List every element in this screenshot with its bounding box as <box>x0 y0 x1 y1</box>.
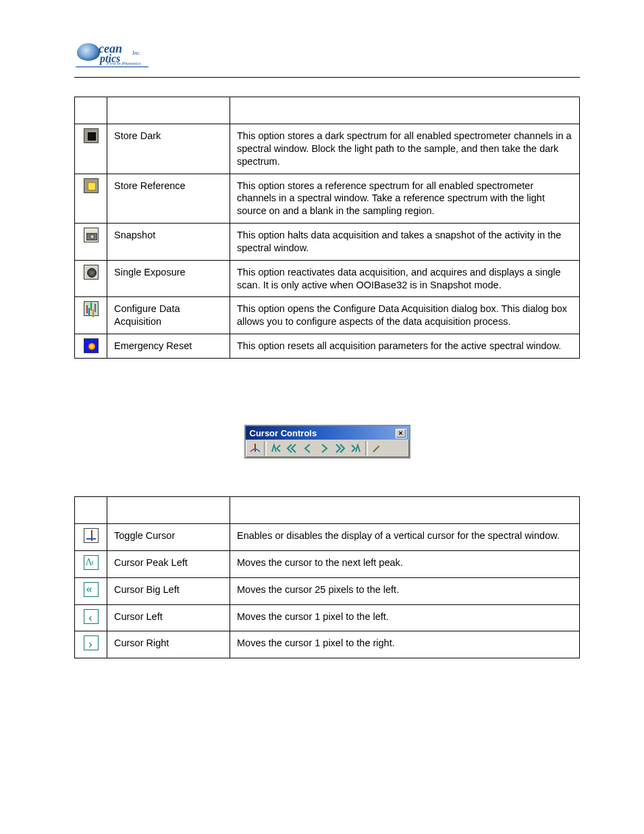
toolbar-titlebar: Cursor Controls × <box>246 426 409 440</box>
row-desc: Moves the cursor 1 pixel to the left. <box>230 604 580 631</box>
row-desc: This option reactivates data acquisition… <box>230 260 580 297</box>
row-name: Cursor Big Left <box>107 577 230 604</box>
row-name: Cursor Left <box>107 604 230 631</box>
row-desc: This option halts data acquisition and t… <box>230 224 580 261</box>
row-desc: This option stores a dark spectrum for a… <box>230 124 580 174</box>
svg-point-2 <box>379 444 381 446</box>
table-row: Toggle Cursor Enables or disables the di… <box>75 523 580 550</box>
close-icon[interactable]: × <box>396 429 406 438</box>
cursor-controls-table: Toggle Cursor Enables or disables the di… <box>74 496 580 658</box>
cursor-controls-toolbar: Cursor Controls × <box>244 425 410 459</box>
row-desc: Moves the cursor 1 pixel to the right. <box>230 631 580 658</box>
col-icon <box>75 97 107 124</box>
logo-inc: Inc. <box>132 50 140 56</box>
row-desc: Enables or disables the display of a ver… <box>230 523 580 550</box>
table-row: Store Reference This option stores a ref… <box>75 174 580 224</box>
col-desc <box>230 496 580 523</box>
row-desc: Moves the cursor 25 pixels to the left. <box>230 577 580 604</box>
table-row: Single Exposure This option reactivates … <box>75 260 580 297</box>
toggle-cursor-icon <box>84 528 99 543</box>
toolbar-title: Cursor Controls <box>250 428 317 438</box>
row-name: Store Dark <box>107 124 230 174</box>
cursor-left-icon <box>84 609 99 624</box>
col-name <box>107 97 230 124</box>
row-desc: This option resets all acquisition param… <box>230 334 580 359</box>
table-header-row <box>75 97 580 124</box>
emergency-reset-icon <box>84 338 99 353</box>
cursor-right-icon <box>84 635 99 650</box>
toolbar-separator <box>264 441 267 456</box>
row-name: Cursor Right <box>107 631 230 658</box>
cursor-peak-right-button[interactable] <box>348 441 365 456</box>
cursor-peak-left-icon <box>84 555 99 570</box>
snapshot-icon <box>84 228 99 242</box>
table-row: Store Dark This option stores a dark spe… <box>75 124 580 174</box>
toggle-cursor-button[interactable] <box>247 441 263 456</box>
cursor-big-left-icon <box>84 582 99 597</box>
table-row: Cursor Big Left Moves the cursor 25 pixe… <box>75 577 580 604</box>
row-name: Snapshot <box>107 224 230 261</box>
table-row: Emergency Reset This option resets all a… <box>75 334 580 359</box>
table-row: Cursor Right Moves the cursor 1 pixel to… <box>75 631 580 658</box>
row-desc: This option opens the Configure Data Acq… <box>230 297 580 334</box>
ocean-optics-logo: cean ptics Inc. First in Photonics <box>74 41 145 73</box>
cursor-big-left-button[interactable] <box>284 441 300 456</box>
row-name: Store Reference <box>107 174 230 224</box>
store-dark-icon <box>84 128 99 143</box>
row-name: Single Exposure <box>107 260 230 297</box>
row-desc: This option stores a reference spectrum … <box>230 174 580 224</box>
table-row: Cursor Left Moves the cursor 1 pixel to … <box>75 604 580 631</box>
col-icon <box>75 496 107 523</box>
row-name: Configure Data Acquisition <box>107 297 230 334</box>
cursor-big-right-button[interactable] <box>332 441 348 456</box>
table-row: Snapshot This option halts data acquisit… <box>75 224 580 261</box>
cursor-left-button[interactable] <box>300 441 316 456</box>
single-exposure-icon <box>84 265 99 280</box>
configure-data-acq-icon <box>84 301 99 316</box>
table-row: Configure Data Acquisition This option o… <box>75 297 580 334</box>
cursor-config-button[interactable] <box>369 441 385 456</box>
cursor-right-button[interactable] <box>316 441 332 456</box>
toolbar-separator <box>365 441 368 456</box>
store-reference-icon <box>84 178 99 193</box>
table-header-row <box>75 496 580 523</box>
header: cean ptics Inc. First in Photonics <box>74 41 580 78</box>
col-desc <box>230 97 580 124</box>
row-name: Cursor Peak Left <box>107 550 230 577</box>
table-row: Cursor Peak Left Moves the cursor to the… <box>75 550 580 577</box>
cursor-peak-left-button[interactable] <box>267 441 284 456</box>
row-name: Toggle Cursor <box>107 523 230 550</box>
svg-line-1 <box>373 445 380 452</box>
col-name <box>107 496 230 523</box>
row-desc: Moves the cursor to the next left peak. <box>230 550 580 577</box>
acquisition-toolbar-table: Store Dark This option stores a dark spe… <box>74 97 580 359</box>
row-name: Emergency Reset <box>107 334 230 359</box>
